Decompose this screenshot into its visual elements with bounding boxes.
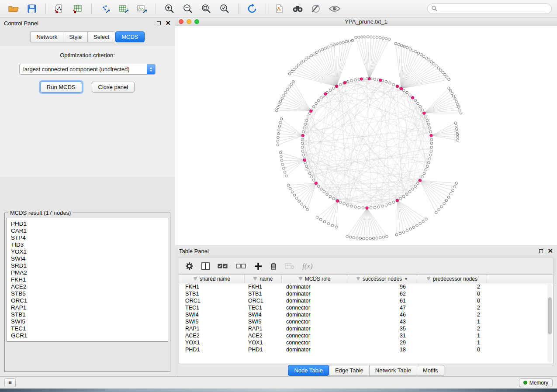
mcds-result-item[interactable]: CAR1 (7, 227, 168, 234)
gear-icon[interactable] (185, 262, 194, 270)
search-input[interactable] (440, 6, 547, 12)
deselect-all-icon[interactable] (236, 262, 246, 270)
network-graph[interactable] (175, 26, 557, 245)
close-panel-icon[interactable]: ✕ (547, 249, 553, 253)
scrollbar-thumb[interactable] (548, 297, 552, 334)
export-network-icon[interactable] (97, 2, 114, 15)
mcds-result-item[interactable]: STP4 (7, 234, 168, 241)
zoom-out-icon[interactable] (180, 2, 196, 15)
mcds-result-item[interactable]: PMA2 (7, 269, 168, 276)
tab-mcds[interactable]: MCDS (115, 31, 144, 42)
column-header-mcds-role[interactable]: MCDS role (282, 275, 347, 283)
table-row[interactable]: FKH1FKH1dominator962 (179, 283, 553, 290)
table-row[interactable]: SWI4SWI4dominator462 (179, 311, 553, 318)
table-row[interactable]: STB1STB1dominator620 (179, 290, 553, 297)
tab-style[interactable]: Style (63, 31, 87, 42)
table-cell: 2 (417, 305, 487, 311)
table-cell: 1 (417, 340, 487, 346)
table-row[interactable]: RAP1RAP1dominator352 (179, 325, 553, 332)
table-cell: ACE2 (179, 333, 245, 339)
tab-network-table[interactable]: Network Table (369, 365, 417, 376)
network-view[interactable] (175, 26, 557, 245)
table-row[interactable]: ACE2ACE2connector311 (179, 332, 553, 339)
mcds-result-item[interactable]: PHD1 (7, 220, 168, 227)
tab-motifs[interactable]: Motifs (417, 365, 444, 376)
table-cell: connector (282, 333, 347, 339)
close-panel-icon[interactable]: ✕ (165, 21, 171, 25)
memory-button[interactable]: Memory (519, 378, 553, 387)
main-toolbar (0, 0, 557, 17)
export-table-icon[interactable] (115, 2, 132, 15)
mcds-result-item[interactable]: ORC1 (7, 297, 168, 304)
tab-node-table[interactable]: Node Table (288, 365, 329, 376)
table-cell: 96 (347, 284, 417, 290)
select-all-icon[interactable] (218, 262, 228, 270)
export-image-icon[interactable] (134, 2, 150, 15)
sort-icon (298, 277, 303, 281)
mcds-result-item[interactable]: SWI5 (7, 318, 168, 325)
add-column-icon[interactable] (254, 262, 262, 270)
table-cell: SWI4 (245, 312, 282, 318)
table-scrollbar[interactable] (547, 284, 552, 363)
search-network-icon[interactable] (290, 2, 306, 15)
column-header-name[interactable]: name (245, 275, 282, 283)
table-row[interactable]: ORC1ORC1dominator610 (179, 297, 553, 304)
mcds-result-item[interactable]: SWI4 (7, 255, 168, 262)
zoom-fit-icon[interactable] (198, 2, 214, 15)
mcds-result-item[interactable]: SRD1 (7, 262, 168, 269)
network-title: YPA_prune.txt_1 (175, 18, 557, 25)
table-cell: 43 (347, 319, 417, 325)
table-toolbar: f(x) (179, 258, 554, 274)
mcds-result-item[interactable]: FKH1 (7, 276, 168, 283)
optimization-criterion-label: Optimization criterion: (0, 52, 175, 58)
wand-icon[interactable] (308, 2, 325, 15)
mcds-result-item[interactable]: YOX1 (7, 248, 168, 255)
tab-select[interactable]: Select (87, 31, 115, 42)
main-area: Control Panel ✕ Network Style Select MCD… (0, 17, 557, 376)
toolbar-search[interactable] (427, 3, 552, 14)
float-panel-icon[interactable] (157, 21, 161, 25)
function-builder-icon[interactable]: f(x) (302, 262, 313, 271)
refresh-icon[interactable] (244, 2, 260, 15)
column-header-successor-nodes[interactable]: successor nodes ▼ (347, 275, 417, 283)
table-cell: SWI4 (179, 312, 245, 318)
import-network-icon[interactable] (51, 2, 68, 15)
mcds-result-item[interactable]: TID3 (7, 241, 168, 248)
open-folder-icon[interactable] (5, 2, 22, 15)
mcds-result-item[interactable]: TEC1 (7, 325, 168, 332)
close-panel-button[interactable]: Close panel (92, 82, 135, 93)
table-row[interactable]: TEC1TEC1connector472 (179, 304, 553, 311)
mcds-result-item[interactable]: RAP1 (7, 304, 168, 311)
panel-menu-icon[interactable]: ≡ (4, 378, 16, 387)
table-cell: 35 (347, 326, 417, 332)
column-header-shared-name[interactable]: shared name (179, 275, 245, 283)
mcds-result-item[interactable]: STB5 (7, 290, 168, 297)
table-cell: 0 (417, 298, 487, 304)
save-icon[interactable] (24, 2, 40, 15)
table-panel-title: Table Panel (179, 248, 209, 254)
table-row[interactable]: YOX1YOX1connector291 (179, 339, 553, 346)
mcds-result-item[interactable]: STB1 (7, 311, 168, 318)
run-mcds-button[interactable]: Run MCDS (40, 82, 82, 93)
zoom-in-icon[interactable] (161, 2, 178, 15)
optimization-criterion-select[interactable]: largest connected component (undirected)… (19, 64, 156, 75)
tab-edge-table[interactable]: Edge Table (329, 365, 369, 376)
table-row[interactable]: SWI5SWI5connector431 (179, 318, 553, 325)
zoom-selected-icon[interactable] (216, 2, 233, 15)
float-panel-icon[interactable] (539, 249, 543, 253)
mcds-result-item[interactable]: GCR1 (7, 332, 168, 339)
table-panel-header: Table Panel ✕ (175, 245, 557, 257)
hidden-columns-icon[interactable] (285, 263, 294, 269)
table-row[interactable]: PHD1PHD1dominator180 (179, 346, 553, 353)
table-cell: 1 (417, 319, 487, 325)
table-cell: 2 (417, 312, 487, 318)
column-header-predecessor-nodes[interactable]: predecessor nodes (417, 275, 487, 283)
clone-network-icon[interactable] (271, 2, 288, 15)
eye-icon[interactable] (326, 2, 343, 15)
columns-icon[interactable] (201, 262, 210, 270)
tab-network[interactable]: Network (30, 31, 63, 42)
import-table-icon[interactable] (69, 2, 86, 15)
delete-column-icon[interactable] (270, 262, 277, 270)
right-side: YPA_prune.txt_1 Table Panel (175, 17, 557, 376)
mcds-result-item[interactable]: ACE2 (7, 283, 168, 290)
